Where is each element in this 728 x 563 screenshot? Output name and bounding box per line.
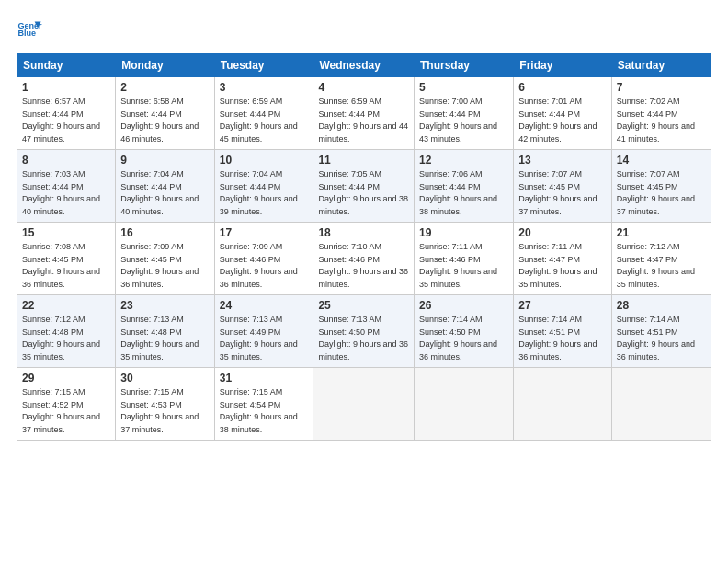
day-info: Sunrise: 6:59 AM Sunset: 4:44 PM Dayligh…	[318, 96, 409, 145]
day-cell-26: 26 Sunrise: 7:14 AM Sunset: 4:50 PM Dayl…	[415, 295, 514, 368]
day-info: Sunrise: 7:02 AM Sunset: 4:44 PM Dayligh…	[617, 96, 706, 145]
sunrise-label: Sunrise: 7:12 AM	[22, 315, 85, 324]
daylight-label: Daylight: 9 hours and 36 minutes.	[419, 339, 497, 362]
sunset-label: Sunset: 4:44 PM	[22, 109, 84, 119]
day-info: Sunrise: 6:57 AM Sunset: 4:44 PM Dayligh…	[22, 96, 110, 145]
calendar-week-5: 29 Sunrise: 7:15 AM Sunset: 4:52 PM Dayl…	[17, 368, 711, 441]
sunset-label: Sunset: 4:44 PM	[120, 109, 182, 119]
sunset-label: Sunset: 4:44 PM	[220, 182, 281, 191]
sunset-label: Sunset: 4:46 PM	[318, 255, 380, 264]
logo: General Blue	[17, 17, 46, 42]
day-cell-24: 24 Sunrise: 7:13 AM Sunset: 4:49 PM Dayl…	[214, 295, 313, 368]
sunset-label: Sunset: 4:54 PM	[220, 400, 281, 409]
day-number: 10	[220, 154, 309, 167]
day-info: Sunrise: 7:15 AM Sunset: 4:52 PM Dayligh…	[22, 386, 110, 436]
sunset-label: Sunset: 4:53 PM	[120, 400, 182, 409]
sunrise-label: Sunrise: 7:09 AM	[220, 242, 283, 251]
day-info: Sunrise: 6:59 AM Sunset: 4:44 PM Dayligh…	[220, 96, 309, 145]
empty-cell	[415, 368, 514, 441]
sunrise-label: Sunrise: 7:15 AM	[120, 387, 184, 396]
sunrise-label: Sunrise: 7:04 AM	[120, 169, 184, 178]
day-info: Sunrise: 7:13 AM Sunset: 4:50 PM Dayligh…	[318, 314, 409, 363]
day-number: 3	[220, 81, 309, 94]
header-cell-monday: Monday	[116, 54, 214, 77]
daylight-label: Daylight: 9 hours and 47 minutes.	[22, 121, 100, 144]
sunset-label: Sunset: 4:48 PM	[22, 327, 84, 337]
day-cell-23: 23 Sunrise: 7:13 AM Sunset: 4:48 PM Dayl…	[116, 295, 214, 368]
daylight-label: Daylight: 9 hours and 41 minutes.	[617, 121, 695, 144]
calendar-body: 1 Sunrise: 6:57 AM Sunset: 4:44 PM Dayli…	[17, 77, 711, 441]
daylight-label: Daylight: 9 hours and 35 minutes.	[220, 339, 298, 362]
day-info: Sunrise: 7:09 AM Sunset: 4:46 PM Dayligh…	[220, 241, 309, 291]
sunset-label: Sunset: 4:44 PM	[419, 109, 481, 119]
day-number: 16	[120, 226, 209, 239]
day-number: 7	[617, 81, 706, 94]
sunrise-label: Sunrise: 7:06 AM	[419, 169, 483, 178]
sunrise-label: Sunrise: 7:00 AM	[419, 97, 483, 106]
sunset-label: Sunset: 4:44 PM	[22, 182, 84, 191]
day-number: 29	[22, 372, 110, 385]
sunrise-label: Sunrise: 7:11 AM	[419, 242, 483, 251]
day-cell-4: 4 Sunrise: 6:59 AM Sunset: 4:44 PM Dayli…	[313, 77, 415, 150]
day-info: Sunrise: 7:05 AM Sunset: 4:44 PM Dayligh…	[318, 168, 409, 218]
calendar-week-3: 15 Sunrise: 7:08 AM Sunset: 4:45 PM Dayl…	[17, 223, 711, 295]
daylight-label: Daylight: 9 hours and 37 minutes.	[22, 412, 100, 434]
day-number: 6	[518, 81, 607, 94]
sunset-label: Sunset: 4:51 PM	[518, 327, 580, 337]
day-number: 30	[120, 372, 209, 385]
sunrise-label: Sunrise: 7:09 AM	[120, 242, 184, 251]
day-cell-2: 2 Sunrise: 6:58 AM Sunset: 4:44 PM Dayli…	[116, 77, 214, 150]
sunrise-label: Sunrise: 6:57 AM	[22, 97, 85, 106]
sunrise-label: Sunrise: 6:59 AM	[318, 97, 381, 106]
daylight-label: Daylight: 9 hours and 36 minutes.	[22, 267, 100, 289]
daylight-label: Daylight: 9 hours and 38 minutes.	[419, 194, 497, 216]
daylight-label: Daylight: 9 hours and 42 minutes.	[518, 121, 597, 144]
sunrise-label: Sunrise: 7:07 AM	[518, 169, 582, 178]
day-cell-15: 15 Sunrise: 7:08 AM Sunset: 4:45 PM Dayl…	[17, 223, 116, 295]
sunrise-label: Sunrise: 7:14 AM	[617, 315, 680, 324]
day-info: Sunrise: 7:08 AM Sunset: 4:45 PM Dayligh…	[22, 241, 110, 291]
daylight-label: Daylight: 9 hours and 36 minutes.	[518, 339, 597, 362]
sunrise-label: Sunrise: 7:10 AM	[318, 242, 381, 251]
sunrise-label: Sunrise: 7:13 AM	[120, 315, 184, 324]
day-number: 31	[220, 372, 309, 385]
sunrise-label: Sunrise: 7:05 AM	[318, 169, 381, 178]
calendar-header-row: SundayMondayTuesdayWednesdayThursdayFrid…	[17, 54, 711, 77]
day-info: Sunrise: 7:12 AM Sunset: 4:48 PM Dayligh…	[22, 314, 110, 363]
sunrise-label: Sunrise: 7:03 AM	[22, 169, 85, 178]
day-cell-5: 5 Sunrise: 7:00 AM Sunset: 4:44 PM Dayli…	[415, 77, 514, 150]
day-info: Sunrise: 7:07 AM Sunset: 4:45 PM Dayligh…	[518, 168, 607, 218]
calendar-week-4: 22 Sunrise: 7:12 AM Sunset: 4:48 PM Dayl…	[17, 295, 711, 368]
empty-cell	[611, 368, 711, 441]
day-cell-27: 27 Sunrise: 7:14 AM Sunset: 4:51 PM Dayl…	[514, 295, 612, 368]
header-cell-thursday: Thursday	[415, 54, 514, 77]
daylight-label: Daylight: 9 hours and 36 minutes.	[617, 339, 695, 362]
day-number: 17	[220, 226, 309, 239]
sunset-label: Sunset: 4:44 PM	[318, 109, 380, 119]
day-cell-14: 14 Sunrise: 7:07 AM Sunset: 4:45 PM Dayl…	[611, 150, 711, 223]
day-info: Sunrise: 7:03 AM Sunset: 4:44 PM Dayligh…	[22, 168, 110, 218]
daylight-label: Daylight: 9 hours and 35 minutes.	[120, 339, 199, 362]
day-cell-17: 17 Sunrise: 7:09 AM Sunset: 4:46 PM Dayl…	[214, 223, 313, 295]
day-info: Sunrise: 7:04 AM Sunset: 4:44 PM Dayligh…	[220, 168, 309, 218]
day-number: 14	[617, 154, 706, 167]
sunrise-label: Sunrise: 7:15 AM	[220, 387, 283, 396]
day-number: 25	[318, 299, 409, 312]
sunrise-label: Sunrise: 6:59 AM	[220, 97, 283, 106]
sunset-label: Sunset: 4:44 PM	[419, 182, 481, 191]
daylight-label: Daylight: 9 hours and 46 minutes.	[120, 121, 199, 144]
sunset-label: Sunset: 4:46 PM	[419, 255, 481, 264]
day-info: Sunrise: 6:58 AM Sunset: 4:44 PM Dayligh…	[120, 96, 209, 145]
day-cell-28: 28 Sunrise: 7:14 AM Sunset: 4:51 PM Dayl…	[611, 295, 711, 368]
day-info: Sunrise: 7:14 AM Sunset: 4:51 PM Dayligh…	[617, 314, 706, 363]
empty-cell	[313, 368, 415, 441]
logo-icon: General Blue	[17, 17, 42, 42]
day-number: 24	[220, 299, 309, 312]
day-cell-29: 29 Sunrise: 7:15 AM Sunset: 4:52 PM Dayl…	[17, 368, 116, 441]
day-info: Sunrise: 7:10 AM Sunset: 4:46 PM Dayligh…	[318, 241, 409, 291]
day-number: 23	[120, 299, 209, 312]
sunrise-label: Sunrise: 6:58 AM	[120, 97, 184, 106]
day-cell-11: 11 Sunrise: 7:05 AM Sunset: 4:44 PM Dayl…	[313, 150, 415, 223]
day-info: Sunrise: 7:09 AM Sunset: 4:45 PM Dayligh…	[120, 241, 209, 291]
sunset-label: Sunset: 4:45 PM	[22, 255, 84, 264]
